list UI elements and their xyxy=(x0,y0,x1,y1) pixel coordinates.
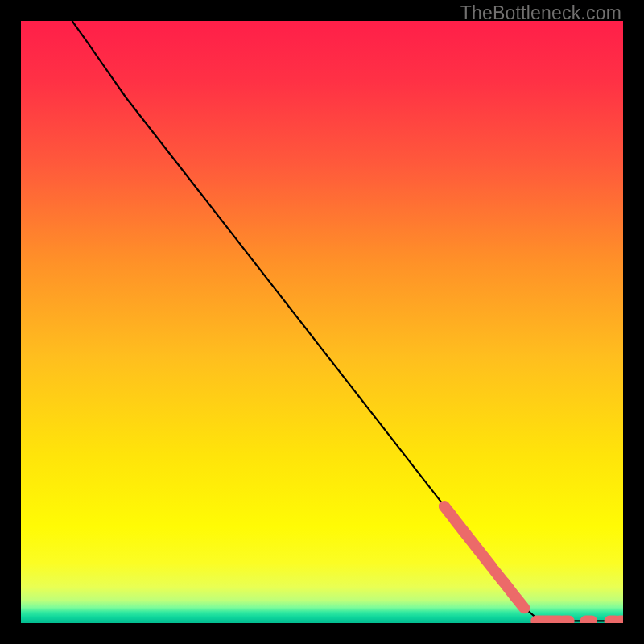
gradient-background xyxy=(21,21,623,623)
chart-svg xyxy=(21,21,623,623)
marker-segment xyxy=(517,599,524,608)
plot-area xyxy=(21,21,623,623)
chart-frame: TheBottleneck.com xyxy=(0,0,644,644)
watermark-text: TheBottleneck.com xyxy=(460,2,621,24)
